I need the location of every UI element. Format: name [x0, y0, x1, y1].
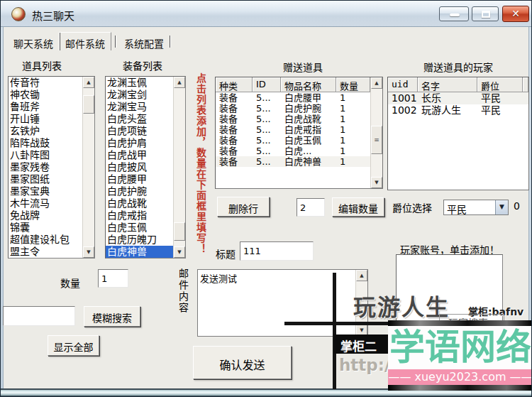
list-item[interactable]: 超值建设礼包: [9, 234, 82, 246]
list-item[interactable]: 开山锤: [9, 113, 82, 125]
scroll-down-icon[interactable]: ▼: [371, 177, 382, 188]
list-item[interactable]: 玄铁炉: [9, 125, 82, 137]
tab-chat-system[interactable]: 聊天系统: [8, 34, 59, 50]
mail-title-input[interactable]: [240, 241, 314, 261]
column-header[interactable]: 物品名称: [281, 77, 336, 92]
mail-content-textarea[interactable]: 发送测试 ▲ ▼: [197, 269, 368, 337]
table-row[interactable]: 装备 5... 白虎护腕 1: [216, 103, 382, 114]
scrollbar-thumb[interactable]: ≡: [371, 126, 382, 154]
column-header[interactable]: uid: [388, 77, 418, 92]
player-table-header: uid 名字 爵位: [388, 77, 528, 92]
list-item[interactable]: 传音符: [9, 77, 82, 89]
table-row[interactable]: 装备 5... 白虎战靴 1: [216, 114, 382, 124]
list-item[interactable]: 锦囊: [9, 222, 82, 234]
brand-watermark-text: 玩游人生: [353, 289, 450, 322]
list-item[interactable]: 陷阵战鼓: [9, 137, 82, 149]
delete-row-button[interactable]: 删除行: [217, 197, 270, 217]
scroll-up-icon[interactable]: ▲: [356, 270, 367, 281]
list-item[interactable]: 白虎头盔: [106, 113, 173, 125]
title-bar[interactable]: 热三聊天 ✕: [1, 1, 532, 27]
crosshair-horizontal-line: [284, 322, 389, 325]
scroll-up-icon[interactable]: ▲: [371, 77, 382, 89]
scrollbar-thumb[interactable]: [174, 222, 185, 241]
tab-separator: [170, 36, 170, 48]
table-row[interactable]: 1001 长乐 平民: [388, 92, 528, 104]
chevron-down-icon[interactable]: ▼: [495, 200, 508, 214]
scroll-up-icon[interactable]: ▲: [83, 77, 94, 88]
column-header[interactable]: 名字: [418, 77, 477, 92]
rank-select-dropdown[interactable]: 平民 ▼: [443, 200, 509, 215]
window-title: 热三聊天: [32, 8, 74, 23]
list-item[interactable]: 白虎玉佩: [106, 222, 173, 234]
scroll-up-icon[interactable]: ▲: [174, 77, 185, 88]
list-item[interactable]: 龙渊玉佩: [106, 77, 173, 89]
crosshair-vertical-line: [333, 273, 336, 389]
show-all-button[interactable]: 显示全部: [48, 335, 99, 356]
list-item[interactable]: 龙渊宝剑: [106, 89, 173, 101]
tab-separator: [115, 36, 116, 48]
edit-quantity-button[interactable]: 编辑数量: [332, 197, 384, 217]
gift-table[interactable]: 种类 ID 物品名称 数量 装备 5... 白虎腰甲 1 装备 5... 白虎护…: [215, 77, 383, 189]
column-header[interactable]: 种类: [216, 77, 253, 92]
table-row[interactable]: 装备 5... 白虎神兽 1: [216, 156, 382, 167]
list-item[interactable]: 白虎战靴: [106, 197, 173, 210]
list-item[interactable]: 白虎项链: [106, 125, 173, 137]
list-item[interactable]: 神农锄: [9, 89, 82, 101]
list-item[interactable]: 墨家宝典: [9, 185, 82, 197]
table-row[interactable]: 装备 5... 白虎戒指 1: [216, 124, 382, 135]
app-window: 热三聊天 ✕ 聊天系统 邮件系统 系统配置 道具列表 装备列表 赠送道具 赠送道…: [0, 0, 532, 397]
mail-title-label: 标题: [216, 246, 235, 261]
list-item[interactable]: 鲁班斧: [9, 101, 82, 113]
quantity-input[interactable]: [98, 269, 128, 288]
table-row[interactable]: 装备 5... 白虎... 1: [216, 146, 382, 156]
player-table[interactable]: uid 名字 爵位 1001 长乐 平民 1002 玩游人生 平民: [387, 77, 529, 190]
list-item[interactable]: 白虎护肩: [106, 137, 173, 149]
list-item[interactable]: 龙渊宝马: [106, 101, 173, 113]
table-row[interactable]: 1002 玩游人生 平民: [388, 104, 528, 116]
maximize-button[interactable]: [472, 6, 499, 21]
table-row[interactable]: 装备 5... 白虎腰甲 1: [216, 92, 382, 103]
close-button[interactable]: ✕: [502, 6, 529, 22]
column-header[interactable]: [523, 77, 528, 92]
window-border-left: [1, 27, 4, 388]
gift-table-body: 装备 5... 白虎腰甲 1 装备 5... 白虎护腕 1 装备 5... 白虎…: [216, 92, 382, 167]
player-table-label: 赠送道具的玩家: [423, 60, 493, 74]
fuzzy-search-button[interactable]: 模糊搜索: [84, 306, 140, 327]
maximize-icon: [482, 11, 490, 18]
confirm-send-button[interactable]: 确认发送: [193, 346, 292, 379]
list-item[interactable]: 白虎战甲: [106, 149, 173, 161]
column-header[interactable]: ID: [253, 77, 281, 92]
list-item[interactable]: 墨家图纸: [9, 173, 82, 185]
list-item[interactable]: 白虎戒指: [106, 210, 173, 222]
list-item[interactable]: 白虎护腕: [106, 185, 173, 197]
equip-list-scrollbar[interactable]: ▲ ▼: [173, 77, 185, 258]
list-item[interactable]: 白虎腰甲: [106, 173, 173, 185]
list-item[interactable]: 盟主令: [9, 246, 82, 258]
equip-listbox[interactable]: 龙渊玉佩龙渊宝剑龙渊宝马白虎头盔白虎项链白虎护肩白虎战甲白虎披风白虎腰甲白虎护腕…: [105, 76, 186, 259]
list-item[interactable]: 白虎神兽: [106, 246, 173, 258]
item-list: 传音符神农锄鲁班斧开山锤玄铁炉陷阵战鼓八卦阵图墨家残卷墨家图纸墨家宝典木牛流马免…: [9, 77, 82, 258]
tab-mail-system[interactable]: 邮件系统: [59, 32, 111, 50]
list-item[interactable]: 白虎披风: [106, 161, 173, 173]
equip-list-label: 装备列表: [123, 58, 162, 72]
list-item[interactable]: 木牛流马: [9, 197, 82, 210]
scrollbar-thumb[interactable]: [83, 95, 94, 114]
item-list-scrollbar[interactable]: ▲ ▼: [82, 77, 94, 258]
scroll-down-icon[interactable]: ▼: [83, 246, 94, 258]
quantity-edit-input[interactable]: [297, 198, 325, 217]
rank-suffix-value: 0: [514, 200, 520, 212]
column-header[interactable]: 爵位: [477, 77, 523, 92]
item-listbox[interactable]: 传音符神农锄鲁班斧开山锤玄铁炉陷阵战鼓八卦阵图墨家残卷墨家图纸墨家宝典木牛流马免…: [8, 76, 95, 259]
list-item[interactable]: 墨家残卷: [9, 161, 82, 173]
player-table-body: 1001 长乐 平民 1002 玩游人生 平民: [388, 92, 528, 116]
tab-system-config[interactable]: 系统配置: [118, 34, 170, 50]
gift-table-scrollbar[interactable]: ▲ ≡ ▼: [370, 77, 382, 188]
list-item[interactable]: 免战牌: [9, 210, 82, 222]
table-row[interactable]: 装备 5... 白虎玉佩 1: [216, 135, 382, 146]
list-item[interactable]: 白虎历魄刀: [106, 234, 173, 246]
list-item[interactable]: 八卦阵图: [9, 149, 82, 161]
scroll-down-icon[interactable]: ▼: [174, 246, 185, 258]
column-header[interactable]: 数量: [336, 77, 370, 92]
search-input[interactable]: [3, 306, 75, 326]
minimize-button[interactable]: [439, 6, 469, 21]
